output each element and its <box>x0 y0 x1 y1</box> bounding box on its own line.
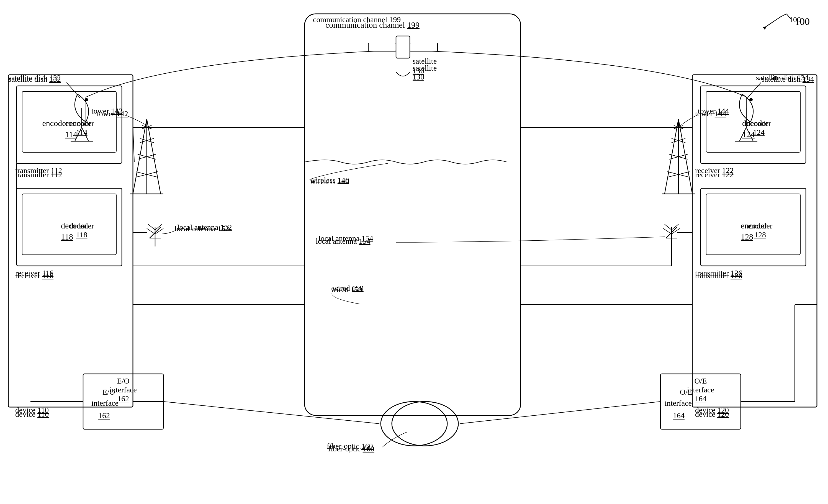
svg-line-52 <box>147 119 161 194</box>
tower-left-label: tower 142 <box>97 110 128 118</box>
device-left-label: device 110 <box>15 410 49 419</box>
oe-interface-label: O/Einterface164 <box>662 377 739 403</box>
svg-point-113 <box>392 402 458 446</box>
diagram: 100 communication channel 199 satellite … <box>0 0 828 504</box>
transmitter-right-label: transmitter 126 <box>695 271 742 280</box>
svg-rect-7 <box>396 36 410 58</box>
svg-rect-9 <box>410 43 438 51</box>
receiver-right-label: receiver 122 <box>695 170 734 179</box>
receiver-left-label: receiver 116 <box>15 271 53 280</box>
svg-line-1 <box>764 16 781 28</box>
svg-line-84 <box>147 228 155 234</box>
svg-text:164: 164 <box>673 411 685 420</box>
svg-rect-8 <box>368 43 396 51</box>
svg-point-48 <box>749 98 753 101</box>
transmitter-left-label: transmitter 112 <box>15 170 62 179</box>
svg-line-64 <box>665 119 678 194</box>
svg-point-42 <box>85 98 88 101</box>
wireless-label: wireless 140 <box>310 177 349 186</box>
svg-line-118 <box>460 402 660 424</box>
svg-line-117 <box>163 402 379 424</box>
satellite-label: satellite130 <box>413 64 437 81</box>
eo-interface-label: E/Ointerface162 <box>84 377 162 403</box>
svg-line-65 <box>678 119 692 194</box>
svg-line-82 <box>148 224 155 230</box>
svg-marker-4 <box>763 26 767 30</box>
tower-right-label: tower 144 <box>695 110 727 118</box>
device-right-label: device 120 <box>695 410 729 419</box>
comm-channel-label: communication channel 199 <box>313 15 401 24</box>
svg-line-51 <box>133 119 147 194</box>
svg-line-92 <box>663 228 671 234</box>
svg-point-112 <box>381 402 447 446</box>
svg-line-2 <box>781 14 786 16</box>
diagram-number: 100 <box>789 15 801 24</box>
wired-label: wired 150 <box>331 285 362 294</box>
satellite-dish-right-label: satellite dish 134 <box>756 73 809 82</box>
svg-text:162: 162 <box>98 411 110 420</box>
encoder-left-label: encoder114 <box>54 119 110 137</box>
svg-line-90 <box>665 224 671 230</box>
local-antenna-left-label: local antenna 152 <box>174 224 229 233</box>
decoder-right-label: decoder124 <box>731 119 786 137</box>
fiber-optic-label: fiber-optic 160 <box>328 445 374 453</box>
encoder-right-label: encoder128 <box>733 221 788 239</box>
satellite-dish-left-label: satellite dish 132 <box>8 73 61 82</box>
decoder-left-label: decoder118 <box>54 221 110 239</box>
local-antenna-right-label: local antenna 154 <box>316 237 370 246</box>
